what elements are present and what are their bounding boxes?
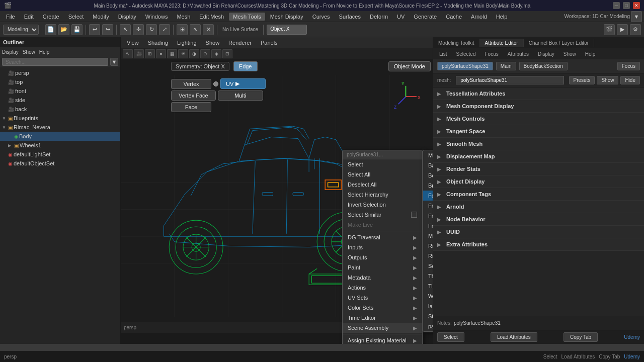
menu-mesh-display[interactable]: Mesh Display <box>266 13 307 21</box>
ctx-deselect-all[interactable]: Deselect All <box>343 179 422 190</box>
outliner-item-persp[interactable]: 🎥 persp <box>0 68 120 77</box>
ae-focus-btn[interactable]: Focus <box>481 50 501 58</box>
multi-btn[interactable]: Multi <box>218 90 263 101</box>
ctx-front-lights2[interactable]: FrontLights2 <box>423 211 433 221</box>
redo-btn[interactable]: ↪ <box>102 24 113 35</box>
viewport-canvas[interactable]: X Y Z Symmetry: Object X Edge Object Mod… <box>121 59 433 333</box>
menu-uv[interactable]: UV <box>393 13 409 21</box>
ctx-inputs[interactable]: Inputs ▶ <box>343 242 422 252</box>
ctx-color-sets[interactable]: Color Sets ▶ <box>343 303 422 313</box>
outliner-item-object-set[interactable]: ◉ defaultObjectSet <box>0 159 120 168</box>
menu-surfaces[interactable]: Surfaces <box>335 13 365 21</box>
attr-section-header-node-behavior[interactable]: ▶ Node Behavior <box>433 213 644 225</box>
menu-cache[interactable]: Cache <box>442 13 466 21</box>
vp-menu-lighting[interactable]: Lighting <box>174 39 200 47</box>
ctx-make-live[interactable]: Make Live <box>343 220 422 230</box>
new-btn[interactable]: 📄 <box>45 24 56 35</box>
mode-selector[interactable]: Modeling <box>3 25 39 35</box>
vp-menu-view[interactable]: View <box>124 39 142 47</box>
ctx-actions[interactable]: Actions ▶ <box>343 283 422 293</box>
ctx-third-main[interactable]: ThirdMain <box>423 271 433 281</box>
menu-mesh[interactable]: Mesh <box>173 13 194 21</box>
vp-xray-btn[interactable]: ⊙ <box>200 49 210 58</box>
menu-mesh-tools[interactable]: Mesh Tools <box>229 13 265 21</box>
attr-section-header-mesh-controls[interactable]: ▶ Mesh Controls <box>433 113 644 125</box>
outliner-filter-btn[interactable]: ▼ <box>110 58 118 66</box>
focus-btn[interactable]: Focus <box>617 62 640 70</box>
attr-section-header-tangent-space[interactable]: ▶ Tangent Space <box>433 125 644 137</box>
maximize-button[interactable]: □ <box>623 2 630 9</box>
attr-section-header-smooth-mesh[interactable]: ▶ Smooth Mesh <box>433 138 644 150</box>
outliner-search-input[interactable] <box>2 58 108 66</box>
tab-channel-box[interactable]: Channel Box / Layer Editor <box>524 39 595 47</box>
edge-btn[interactable]: Edge <box>233 61 258 71</box>
undo-btn[interactable]: ↩ <box>89 24 100 35</box>
node-chip-poly[interactable]: polySurfaceShape31 <box>437 62 493 70</box>
menu-deform[interactable]: Deform <box>366 13 392 21</box>
ctx-metadata[interactable]: Metadata ▶ <box>343 273 422 283</box>
ctx-select-all[interactable]: Select All <box>343 169 422 179</box>
attr-section-header-render-stats[interactable]: ▶ Render Stats <box>433 163 644 175</box>
ctx-select[interactable]: Select <box>343 159 422 169</box>
ctx-front-lights1[interactable]: FrontLights1 <box>423 201 433 211</box>
attr-section-header-arnold[interactable]: ▶ Arnold <box>433 201 644 213</box>
snap-curve[interactable]: ∿ <box>190 24 201 35</box>
vp-shadow-btn[interactable]: ◑ <box>189 49 199 58</box>
outliner-item-front[interactable]: 🎥 front <box>0 86 120 96</box>
vp-camera-btn[interactable]: 🎥 <box>134 49 144 58</box>
node-chip-body-back[interactable]: BodyBackSection <box>519 62 568 70</box>
minimize-button[interactable]: ─ <box>613 2 620 9</box>
presets-btn[interactable]: Presets <box>569 76 595 84</box>
open-btn[interactable]: 📂 <box>58 24 69 35</box>
ctx-front-lights3[interactable]: FrontLights3 <box>423 221 433 231</box>
copy-tab-btn[interactable]: Copy Tab <box>564 332 598 342</box>
vp-menu-panels[interactable]: Panels <box>258 39 281 47</box>
ae-show-btn[interactable]: Show <box>560 50 579 58</box>
object-mode-btn[interactable]: Object Mode <box>388 61 431 71</box>
outliner-item-side[interactable]: 🎥 side <box>0 96 120 105</box>
ctx-time-editor[interactable]: Time Editor ▶ <box>343 313 422 323</box>
attr-section-header-tessellation[interactable]: ▶ Tessellation Attributes <box>433 87 644 100</box>
outliner-item-top[interactable]: 🎥 top <box>0 77 120 86</box>
render-btn[interactable]: 🎬 <box>604 24 615 35</box>
move-tool[interactable]: ✛ <box>133 24 144 35</box>
ae-display-btn[interactable]: Display <box>535 50 557 58</box>
vp-light-btn[interactable]: ☀ <box>178 49 188 58</box>
menu-help[interactable]: Help <box>492 13 512 21</box>
outliner-display-menu[interactable]: Display <box>2 49 19 55</box>
ctx-select-hierarchy[interactable]: Select Hierarchy <box>343 190 422 200</box>
attr-section-header-uuid[interactable]: ▶ UUID <box>433 226 644 238</box>
outliner-item-rimac[interactable]: ▼ ▣ Rimac_Nevera <box>0 123 120 132</box>
attr-section-header-extra[interactable]: ▶ Extra Attributes <box>433 238 644 250</box>
hide-btn[interactable]: Hide <box>620 76 640 84</box>
select-tool[interactable]: ↖ <box>120 24 131 35</box>
attr-section-header-mesh-component[interactable]: ▶ Mesh Component Display <box>433 100 644 112</box>
ae-help-btn[interactable]: Help <box>582 50 599 58</box>
ae-list-btn[interactable]: List <box>436 50 450 58</box>
vp-select-btn[interactable]: ↖ <box>123 49 133 58</box>
face-btn[interactable]: Face <box>171 102 211 112</box>
menu-file[interactable]: File <box>2 13 19 21</box>
ctx-main[interactable]: Main <box>423 231 433 241</box>
menu-generate[interactable]: Generate <box>410 13 441 21</box>
vp-wireframe-btn[interactable]: ⊞ <box>145 49 155 58</box>
ae-selected-btn[interactable]: Selected <box>453 50 479 58</box>
outliner-item-light-set[interactable]: ◉ defaultLightSet <box>0 150 120 159</box>
menu-edit[interactable]: Edit <box>20 13 38 21</box>
ctx-tire[interactable]: Tire <box>423 281 433 291</box>
scale-tool[interactable]: ⤢ <box>159 24 170 35</box>
menu-display[interactable]: Display <box>114 13 140 21</box>
close-button[interactable]: ✕ <box>633 2 640 9</box>
settings-btn[interactable]: ⚙ <box>630 24 641 35</box>
outliner-item-back[interactable]: 🎥 back <box>0 105 120 114</box>
ctx-assign-material[interactable]: Assign Existing Material ▶ <box>343 335 422 344</box>
ctx-backlights[interactable]: BackLights <box>423 160 433 170</box>
ctx-scene-assembly[interactable]: Scene Assembly ▶ <box>343 323 422 333</box>
rotate-tool[interactable]: ↻ <box>146 24 157 35</box>
vp-smooth-btn[interactable]: ● <box>156 49 166 58</box>
ctx-paint[interactable]: Paint ▶ <box>343 262 422 273</box>
select-similar-checkbox[interactable] <box>411 212 417 218</box>
menu-modify[interactable]: Modify <box>89 13 113 21</box>
save-btn[interactable]: 💾 <box>71 24 83 35</box>
snap-point[interactable]: ✕ <box>203 24 214 35</box>
